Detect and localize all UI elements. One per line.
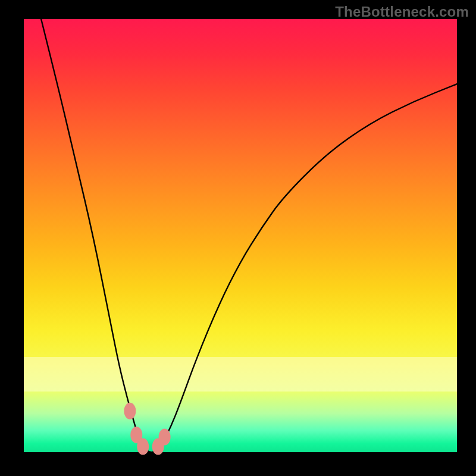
- highlight-marker: [124, 403, 136, 419]
- highlight-markers: [124, 403, 170, 455]
- watermark-text: TheBottleneck.com: [335, 4, 469, 20]
- chart-frame: TheBottleneck.com: [0, 0, 476, 476]
- plot-area: [24, 19, 457, 452]
- bottleneck-curve-line: [41, 19, 457, 452]
- highlight-marker: [159, 429, 171, 446]
- highlight-marker: [137, 439, 149, 455]
- bottleneck-curve-svg: [24, 19, 457, 452]
